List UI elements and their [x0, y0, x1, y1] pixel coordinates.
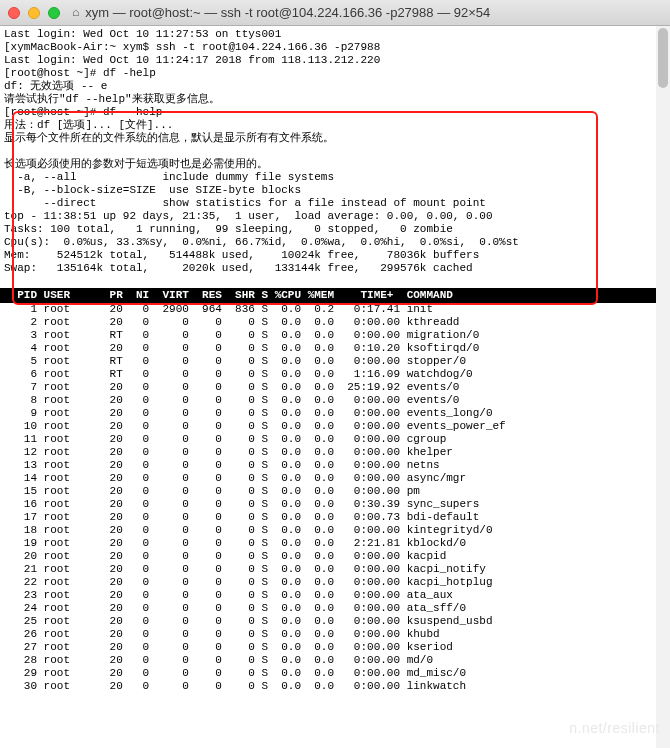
terminal-line: Tasks: 100 total, 1 running, 99 sleeping…: [4, 223, 666, 236]
process-list[interactable]: 1 root 20 0 2900 964 836 S 0.0 0.2 0:17.…: [0, 303, 670, 693]
process-row[interactable]: 26 root 20 0 0 0 0 S 0.0 0.0 0:00.00 khu…: [4, 628, 666, 641]
home-icon: ⌂: [72, 6, 79, 20]
close-button[interactable]: [8, 7, 20, 19]
process-row[interactable]: 3 root RT 0 0 0 0 S 0.0 0.0 0:00.00 migr…: [4, 329, 666, 342]
process-row[interactable]: 10 root 20 0 0 0 0 S 0.0 0.0 0:00.00 eve…: [4, 420, 666, 433]
scrollbar-thumb[interactable]: [658, 28, 668, 88]
process-row[interactable]: 29 root 20 0 0 0 0 S 0.0 0.0 0:00.00 md_…: [4, 667, 666, 680]
terminal-line: [4, 145, 666, 158]
process-row[interactable]: 24 root 20 0 0 0 0 S 0.0 0.0 0:00.00 ata…: [4, 602, 666, 615]
process-row[interactable]: 17 root 20 0 0 0 0 S 0.0 0.0 0:00.73 bdi…: [4, 511, 666, 524]
terminal-line: -B, --block-size=SIZE use SIZE-byte bloc…: [4, 184, 666, 197]
terminal-line: 请尝试执行"df --help"来获取更多信息。: [4, 93, 666, 106]
process-row[interactable]: 8 root 20 0 0 0 0 S 0.0 0.0 0:00.00 even…: [4, 394, 666, 407]
terminal-line: [4, 275, 666, 288]
terminal-line: Last login: Wed Oct 10 11:27:53 on ttys0…: [4, 28, 666, 41]
terminal-output[interactable]: Last login: Wed Oct 10 11:27:53 on ttys0…: [0, 26, 670, 288]
process-row[interactable]: 19 root 20 0 0 0 0 S 0.0 0.0 2:21.81 kbl…: [4, 537, 666, 550]
terminal-line: Mem: 524512k total, 514488k used, 10024k…: [4, 249, 666, 262]
process-row[interactable]: 20 root 20 0 0 0 0 S 0.0 0.0 0:00.00 kac…: [4, 550, 666, 563]
terminal-line: [root@host ~]# df --help: [4, 106, 666, 119]
maximize-button[interactable]: [48, 7, 60, 19]
process-row[interactable]: 11 root 20 0 0 0 0 S 0.0 0.0 0:00.00 cgr…: [4, 433, 666, 446]
process-row[interactable]: 12 root 20 0 0 0 0 S 0.0 0.0 0:00.00 khe…: [4, 446, 666, 459]
terminal-line: df: 无效选项 -- e: [4, 80, 666, 93]
terminal-line: top - 11:38:51 up 92 days, 21:35, 1 user…: [4, 210, 666, 223]
process-row[interactable]: 21 root 20 0 0 0 0 S 0.0 0.0 0:00.00 kac…: [4, 563, 666, 576]
process-row[interactable]: 25 root 20 0 0 0 0 S 0.0 0.0 0:00.00 ksu…: [4, 615, 666, 628]
terminal-line: 长选项必须使用的参数对于短选项时也是必需使用的。: [4, 158, 666, 171]
minimize-button[interactable]: [28, 7, 40, 19]
terminal-line: Cpu(s): 0.0%us, 33.3%sy, 0.0%ni, 66.7%id…: [4, 236, 666, 249]
terminal-line: 用法：df [选项]... [文件]...: [4, 119, 666, 132]
window-titlebar: ⌂ xym — root@host:~ — ssh -t root@104.22…: [0, 0, 670, 26]
process-row[interactable]: 27 root 20 0 0 0 0 S 0.0 0.0 0:00.00 kse…: [4, 641, 666, 654]
process-row[interactable]: 13 root 20 0 0 0 0 S 0.0 0.0 0:00.00 net…: [4, 459, 666, 472]
process-row[interactable]: 15 root 20 0 0 0 0 S 0.0 0.0 0:00.00 pm: [4, 485, 666, 498]
process-row[interactable]: 28 root 20 0 0 0 0 S 0.0 0.0 0:00.00 md/…: [4, 654, 666, 667]
traffic-lights: [8, 7, 60, 19]
process-row[interactable]: 16 root 20 0 0 0 0 S 0.0 0.0 0:30.39 syn…: [4, 498, 666, 511]
process-row[interactable]: 14 root 20 0 0 0 0 S 0.0 0.0 0:00.00 asy…: [4, 472, 666, 485]
process-row[interactable]: 2 root 20 0 0 0 0 S 0.0 0.0 0:00.00 kthr…: [4, 316, 666, 329]
process-row[interactable]: 30 root 20 0 0 0 0 S 0.0 0.0 0:00.00 lin…: [4, 680, 666, 693]
terminal-line: -a, --all include dummy file systems: [4, 171, 666, 184]
watermark: n.net/resilient: [569, 720, 660, 736]
process-row[interactable]: 1 root 20 0 2900 964 836 S 0.0 0.2 0:17.…: [4, 303, 666, 316]
terminal-line: --direct show statistics for a file inst…: [4, 197, 666, 210]
terminal-line: Swap: 135164k total, 2020k used, 133144k…: [4, 262, 666, 275]
terminal-line: Last login: Wed Oct 10 11:24:17 2018 fro…: [4, 54, 666, 67]
process-row[interactable]: 22 root 20 0 0 0 0 S 0.0 0.0 0:00.00 kac…: [4, 576, 666, 589]
process-row[interactable]: 6 root RT 0 0 0 0 S 0.0 0.0 1:16.09 watc…: [4, 368, 666, 381]
process-row[interactable]: 4 root 20 0 0 0 0 S 0.0 0.0 0:10.20 ksof…: [4, 342, 666, 355]
terminal-line: [root@host ~]# df -help: [4, 67, 666, 80]
scrollbar-track[interactable]: [656, 26, 670, 748]
terminal-line: 显示每个文件所在的文件系统的信息，默认是显示所有有文件系统。: [4, 132, 666, 145]
window-title: xym — root@host:~ — ssh -t root@104.224.…: [85, 5, 490, 20]
process-row[interactable]: 7 root 20 0 0 0 0 S 0.0 0.0 25:19.92 eve…: [4, 381, 666, 394]
process-row[interactable]: 5 root RT 0 0 0 0 S 0.0 0.0 0:00.00 stop…: [4, 355, 666, 368]
terminal-line: [xymMacBook-Air:~ xym$ ssh -t root@104.2…: [4, 41, 666, 54]
top-header-row: PID USER PR NI VIRT RES SHR S %CPU %MEM …: [0, 288, 670, 303]
process-row[interactable]: 23 root 20 0 0 0 0 S 0.0 0.0 0:00.00 ata…: [4, 589, 666, 602]
process-row[interactable]: 18 root 20 0 0 0 0 S 0.0 0.0 0:00.00 kin…: [4, 524, 666, 537]
process-row[interactable]: 9 root 20 0 0 0 0 S 0.0 0.0 0:00.00 even…: [4, 407, 666, 420]
